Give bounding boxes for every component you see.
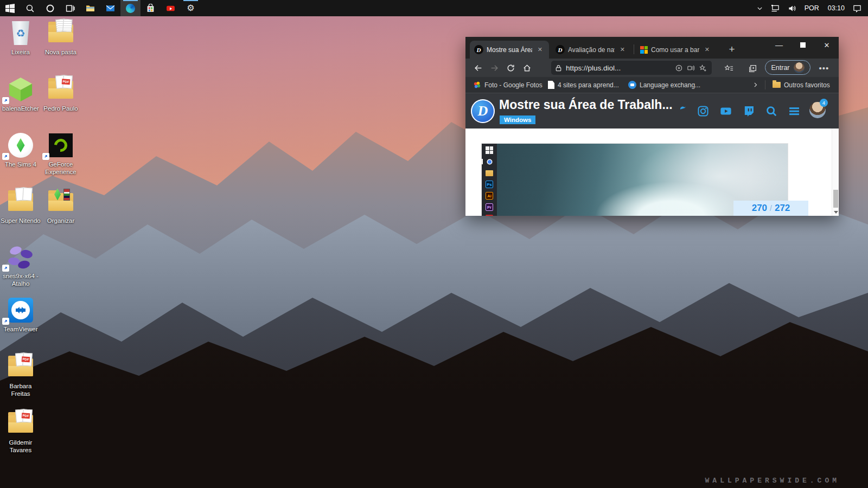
icon-label: Gildemir Tavares [0,439,41,454]
favorite-4-sites[interactable]: 4 sites para aprend... [548,77,619,93]
clock[interactable]: 03:10 [824,4,849,12]
add-favorite-button[interactable] [697,62,709,74]
hamburger-icon [788,105,800,117]
sign-in-button[interactable]: Entrar [765,60,810,75]
icon-label: Super Nitendo [0,217,41,224]
minimize-button[interactable]: — [767,37,791,53]
search-button[interactable] [20,0,40,16]
chat-icon [628,81,636,89]
site-permissions-button[interactable] [673,62,685,74]
folder-pdf-icon: PDF [0,410,41,437]
tab-close-icon[interactable]: ✕ [703,45,712,54]
start-button[interactable] [0,0,20,16]
store-button[interactable] [141,0,161,16]
twitter-icon [674,105,686,117]
page-scrollbar[interactable] [832,129,839,216]
diolinux-logo[interactable]: D [471,99,495,123]
maximize-button[interactable] [791,37,815,53]
collections-button[interactable] [744,61,761,76]
category-badge[interactable]: Windows [500,115,535,124]
site-search-button[interactable] [764,104,779,118]
icon-label: GeForce Experience [40,160,81,176]
settings-and-more-button[interactable]: ••• [816,61,832,75]
twitch-link[interactable] [741,104,756,118]
desktop-icon-organizar[interactable]: Organizar [40,188,81,224]
twitch-icon [743,105,755,117]
youtube-link[interactable] [718,104,733,118]
search-icon [765,105,777,117]
forward-button[interactable] [486,60,502,75]
close-window-button[interactable]: ✕ [815,37,839,53]
favorites-star-icon [724,64,733,73]
favorite-language-exchange[interactable]: Language exchang... [628,77,700,93]
wallpaper-watermark: WALLPAPERSWIDE.COM [705,477,840,485]
refresh-button[interactable] [502,60,519,75]
instagram-link[interactable] [695,104,711,118]
favorites-overflow-button[interactable] [752,77,759,93]
favorites-button[interactable] [720,61,737,76]
tab-close-icon[interactable]: ✕ [535,45,545,54]
volume-tray-button[interactable] [784,0,800,16]
mail-icon [106,4,115,13]
file-explorer-button[interactable] [80,0,100,16]
desktop-icon-teamviewer[interactable]: TeamViewer [0,297,41,333]
desktop-icon-gildemir-tavares[interactable]: PDF Gildemir Tavares [0,410,41,454]
shortcut-arrow-icon [2,97,9,104]
network-tray-button[interactable] [767,0,784,16]
language-indicator[interactable]: POR [800,4,824,12]
collections-icon [748,64,757,73]
diolinux-favicon: D [474,45,483,54]
read-aloud-button[interactable] [685,62,697,74]
desktop-icon-balenaetcher[interactable]: balenaEtcher [0,76,41,112]
icon-label: Lixeira [0,48,41,56]
favorite-google-fotos[interactable]: Foto - Google Fotos [473,77,542,93]
desktop-icon-barbara-freitas[interactable]: PDF Barbara Freitas [0,354,41,398]
desktop-icon-lixeira[interactable]: ♻ Lixeira [0,20,41,56]
desktop-icon-geforce-experience[interactable]: GeForce Experience [40,132,81,176]
tab-close-icon[interactable]: ✕ [618,45,627,54]
url-text: https://plus.diol... [566,64,669,72]
task-view-button[interactable] [60,0,80,16]
ellipsis-icon: ••• [819,63,829,73]
site-header: D Mostre sua Área de Trabalh... Windows [465,93,839,129]
mail-button[interactable] [100,0,120,16]
other-favorites-button[interactable]: Outros favoritos [773,77,830,93]
home-button[interactable] [519,60,535,75]
notification-badge: 4 [820,99,828,107]
screen: WALLPAPERSWIDE.COM ♻ Lixeira Nova pasta … [0,0,868,488]
favorite-label: Language exchang... [640,81,700,89]
favorites-bar: Foto - Google Fotos 4 sites para aprend.… [465,77,839,93]
edge-taskbar-button[interactable] [120,0,141,16]
nvidia-icon [40,132,81,159]
tab-como-usar[interactable]: Como usar a barra ✕ [636,41,716,59]
desktop-icon-the-sims-4[interactable]: The Sims 4 [0,132,41,168]
desktop-icon-super-nitendo[interactable]: Super Nitendo [0,188,41,224]
show-hidden-icons-button[interactable] [752,0,767,16]
icon-label: TeamViewer [0,325,41,333]
new-tab-button[interactable]: + [725,42,739,56]
page-content: Ps Ai Pr 270 / 272 [465,129,839,216]
tab-avaliacao[interactable]: D Avaliação de nave ✕ [551,41,631,59]
desktop-icon-nova-pasta[interactable]: Nova pasta [40,20,81,56]
system-tray: POR 03:10 [752,0,868,16]
twitter-link[interactable] [673,104,688,118]
tab-mostre-sua-area[interactable]: D Mostre sua Área d ✕ [470,41,549,59]
settings-button[interactable]: ⚙ [181,0,201,16]
tab-title: Mostre sua Área d [487,46,532,54]
address-bar[interactable]: https://plus.diol... [551,61,712,75]
refresh-icon [506,63,515,73]
favorites-separator [765,80,765,89]
desktop-icon-snes9x[interactable]: snes9x-x64 - Atalho [0,243,41,288]
action-center-button[interactable] [849,0,868,16]
star-plus-icon [699,64,707,72]
cortana-button[interactable] [40,0,60,16]
back-button[interactable] [470,60,486,75]
youtube-button[interactable] [161,0,181,16]
scroll-down-arrow[interactable] [834,211,838,214]
mini-windows-icon [486,146,493,154]
user-avatar[interactable]: 4 [809,102,826,118]
site-menu-button[interactable] [787,104,802,118]
desktop-icon-pedro-paulo[interactable]: PDF Pedro Paulo [40,76,81,112]
shortcut-arrow-icon [2,318,9,325]
scrollbar-thumb[interactable] [833,190,838,208]
